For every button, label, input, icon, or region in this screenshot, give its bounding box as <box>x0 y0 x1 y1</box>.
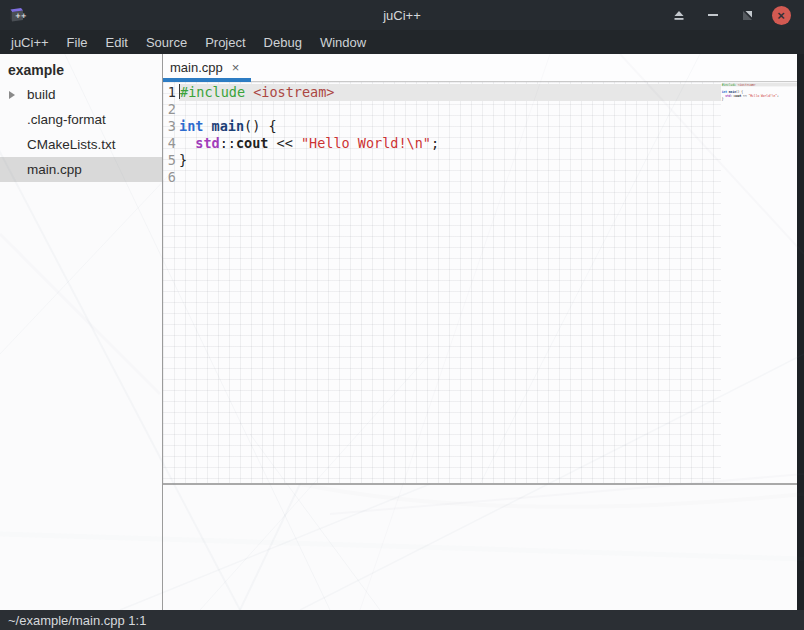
menu-item-juci[interactable]: juCi++ <box>2 32 58 53</box>
code-line: 3int main() { <box>163 118 721 135</box>
code-line: 5} <box>163 152 721 169</box>
tree-item-label: .clang-format <box>27 112 106 127</box>
shade-button[interactable] <box>667 3 691 27</box>
status-bar: ~/example/main.cpp 1:1 <box>0 610 804 630</box>
tree-item-label: main.cpp <box>27 162 82 177</box>
code-text <box>722 101 797 105</box>
menu-item-debug[interactable]: Debug <box>255 32 311 53</box>
code-text <box>179 101 721 118</box>
code-text: int main() { <box>179 118 721 135</box>
close-icon: × <box>772 6 791 25</box>
line-number: 3 <box>163 118 176 135</box>
close-button[interactable]: × <box>769 3 793 27</box>
code-line: 1#include <iostream> <box>163 84 721 101</box>
file-tree: examplebuild.clang-formatCMakeLists.txtm… <box>0 54 163 610</box>
tab-bar: main.cpp× <box>163 54 797 82</box>
window-content: examplebuild.clang-formatCMakeLists.txtm… <box>0 54 804 610</box>
minimap[interactable]: #include <iostream> int main() { std::co… <box>721 82 797 483</box>
tree-item-label: build <box>27 87 56 102</box>
tree-item-build[interactable]: build <box>0 82 162 107</box>
tree-item-clang-format[interactable]: .clang-format <box>0 107 162 132</box>
maximize-icon <box>742 10 753 21</box>
minimap-code: #include <iostream> int main() { std::co… <box>721 82 797 105</box>
code-text: std::cout << "Hello World!\n"; <box>179 135 721 152</box>
editor-zone: 1#include <iostream>2 3int main() {4 std… <box>163 82 797 483</box>
menu-item-edit[interactable]: Edit <box>97 32 137 53</box>
menu-item-window[interactable]: Window <box>311 32 375 53</box>
main-area: main.cpp× 1#include <iostream>2 3int mai… <box>163 54 797 610</box>
tab-label: main.cpp <box>170 60 223 75</box>
tree-root-example[interactable]: example <box>0 57 162 82</box>
code-text: } <box>179 152 721 169</box>
code-line: 6 <box>163 169 721 186</box>
minimize-button[interactable] <box>701 3 725 27</box>
code-editor[interactable]: 1#include <iostream>2 3int main() {4 std… <box>163 82 721 483</box>
status-file-position: ~/example/main.cpp 1:1 <box>8 613 146 628</box>
output-panel[interactable] <box>163 485 797 610</box>
line-number: 5 <box>163 152 176 169</box>
code-line <box>721 101 797 105</box>
tree-item-label: CMakeLists.txt <box>27 137 116 152</box>
code-line: 4 std::cout << "Hello World!\n"; <box>163 135 721 152</box>
code-line: 2 <box>163 101 721 118</box>
line-number: 1 <box>163 84 176 101</box>
menu-bar: juCi++FileEditSourceProjectDebugWindow <box>0 30 804 54</box>
tree-item-cmakelists-txt[interactable]: CMakeLists.txt <box>0 132 162 157</box>
tree-item-main-cpp[interactable]: main.cpp <box>0 157 162 182</box>
tab-close-icon[interactable]: × <box>232 60 240 75</box>
title-bar: ++ juCi++ × <box>0 0 804 30</box>
code-text: #include <iostream> <box>179 84 721 101</box>
line-number: 6 <box>163 169 176 186</box>
tab-main-cpp[interactable]: main.cpp× <box>163 54 251 81</box>
right-edge-strip <box>797 54 804 610</box>
code-text <box>179 169 721 186</box>
minimize-icon <box>708 14 718 16</box>
menu-item-source[interactable]: Source <box>137 32 196 53</box>
expander-icon[interactable] <box>9 91 15 99</box>
shade-icon <box>673 10 685 21</box>
menu-item-project[interactable]: Project <box>196 32 254 53</box>
maximize-button[interactable] <box>735 3 759 27</box>
line-number: 2 <box>163 101 176 118</box>
menu-item-file[interactable]: File <box>58 32 97 53</box>
line-number: 4 <box>163 135 176 152</box>
